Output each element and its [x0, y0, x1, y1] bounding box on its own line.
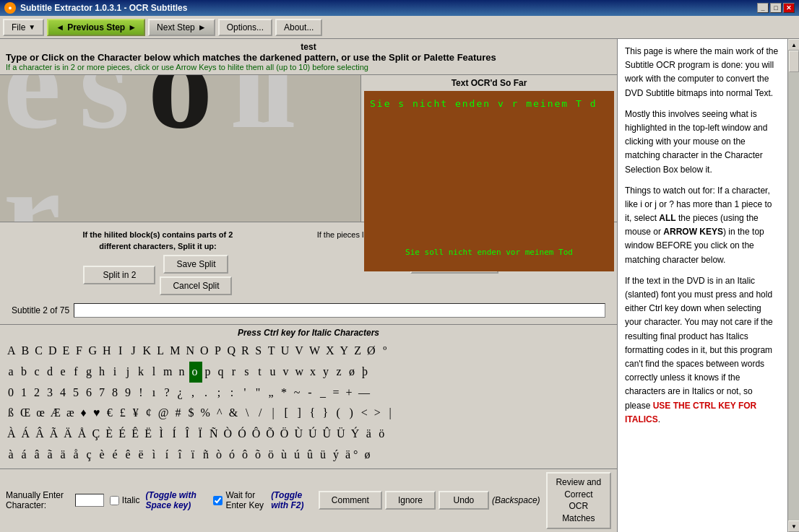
char-5[interactable]: 5: [71, 383, 84, 404]
char-lbracket[interactable]: [: [281, 403, 294, 424]
char-otilde[interactable]: õ: [253, 445, 266, 466]
char-m[interactable]: m: [162, 362, 176, 383]
char-acirc[interactable]: â: [32, 445, 45, 466]
char-low-quote[interactable]: „: [266, 383, 279, 404]
char-aacute[interactable]: á: [19, 445, 32, 466]
char-9[interactable]: 9: [123, 383, 136, 404]
char-s[interactable]: s: [79, 75, 122, 155]
char-oacute[interactable]: ó: [227, 445, 240, 466]
char-heart[interactable]: ♥: [92, 403, 105, 424]
char-u[interactable]: u: [267, 362, 280, 383]
char-pound[interactable]: £: [118, 403, 131, 424]
char-H[interactable]: H: [101, 341, 116, 362]
char-rparen[interactable]: ): [346, 403, 359, 424]
char-period[interactable]: .: [201, 383, 214, 404]
char-Oslash[interactable]: Ø: [366, 341, 380, 362]
char-W[interactable]: W: [308, 341, 324, 362]
char-s[interactable]: s: [241, 362, 254, 383]
char-auml[interactable]: ä: [58, 445, 71, 466]
char-a[interactable]: a: [6, 362, 19, 383]
char-Euml[interactable]: Ë: [143, 424, 156, 445]
subtitle-input[interactable]: [74, 303, 605, 318]
minimize-button[interactable]: _: [757, 3, 769, 13]
next-step-button[interactable]: Next Step ►: [148, 19, 215, 36]
char-oslash2[interactable]: ø: [363, 445, 376, 466]
char-R[interactable]: R: [240, 341, 254, 362]
char-plus[interactable]: +: [344, 383, 357, 404]
char-Yacute[interactable]: Ý: [350, 424, 364, 445]
char-Ograve[interactable]: Ò: [223, 424, 237, 445]
char-0[interactable]: 0: [6, 383, 19, 404]
char-4[interactable]: 4: [58, 383, 71, 404]
char-k[interactable]: k: [136, 362, 149, 383]
char-slash[interactable]: /: [255, 403, 268, 424]
char-E[interactable]: E: [61, 341, 74, 362]
char-underscore[interactable]: _: [318, 383, 331, 404]
char-AE[interactable]: Æ: [49, 403, 65, 424]
char-z[interactable]: z: [334, 362, 347, 383]
char-Icirc[interactable]: Î: [182, 424, 195, 445]
char-emdash[interactable]: —: [357, 383, 374, 404]
char-ugrave[interactable]: ù: [279, 445, 292, 466]
char-auml2[interactable]: ä: [363, 424, 376, 445]
char-Egrave[interactable]: È: [104, 424, 117, 445]
char-Ugrave[interactable]: Ù: [293, 424, 307, 445]
char-j[interactable]: j: [123, 362, 136, 383]
char-percent[interactable]: %: [199, 403, 214, 424]
char-Y[interactable]: Y: [339, 341, 353, 362]
char-exclaim[interactable]: !: [136, 383, 149, 404]
char-caret[interactable]: ^: [215, 403, 228, 424]
char-agrave[interactable]: à: [6, 445, 19, 466]
char-iuml[interactable]: ï: [188, 445, 201, 466]
save-split-button[interactable]: Save Split: [163, 255, 228, 274]
char-e[interactable]: e: [58, 362, 71, 383]
char-F[interactable]: F: [74, 341, 87, 362]
char-colon[interactable]: :: [227, 383, 240, 404]
char-L[interactable]: L: [155, 341, 168, 362]
maximize-button[interactable]: □: [770, 3, 782, 13]
char-igrave[interactable]: ì: [149, 445, 162, 466]
scroll-down-arrow[interactable]: ▼: [788, 520, 799, 532]
comment-button[interactable]: Comment: [319, 491, 382, 510]
char-C[interactable]: C: [33, 341, 47, 362]
char-Iacute[interactable]: Í: [169, 424, 182, 445]
char-Ccedil[interactable]: Ç: [90, 424, 104, 445]
char-Auml[interactable]: Ä: [62, 424, 77, 445]
char-b[interactable]: b: [19, 362, 32, 383]
char-adeg[interactable]: ä°: [344, 445, 363, 466]
char-dotless-i[interactable]: ı: [149, 383, 162, 404]
char-semicolon[interactable]: ;: [214, 383, 227, 404]
char-pipe2[interactable]: |: [385, 403, 398, 424]
char-h[interactable]: h: [97, 362, 110, 383]
char-X[interactable]: X: [324, 341, 339, 362]
char-question[interactable]: ?: [162, 383, 175, 404]
char-OE[interactable]: Œ: [19, 403, 35, 424]
char-uacute[interactable]: ú: [292, 445, 305, 466]
char-x[interactable]: x: [308, 362, 321, 383]
char-v[interactable]: v: [280, 362, 293, 383]
char-2[interactable]: 2: [32, 383, 45, 404]
char-r[interactable]: r: [4, 141, 54, 222]
char-r[interactable]: r: [228, 362, 241, 383]
char-ae[interactable]: æ: [65, 403, 79, 424]
char-aring[interactable]: å: [71, 445, 84, 466]
char-yacute[interactable]: ý: [331, 445, 344, 466]
char-D[interactable]: D: [47, 341, 61, 362]
char-ecirc[interactable]: ê: [123, 445, 136, 466]
wait-checkbox[interactable]: [213, 496, 223, 505]
char-asterisk[interactable]: *: [279, 383, 292, 404]
char-l[interactable]: l: [149, 362, 162, 383]
char-3[interactable]: 3: [45, 383, 58, 404]
char-lbrace[interactable]: {: [307, 403, 320, 424]
split-in-2-button[interactable]: Split in 2: [83, 266, 155, 284]
char-f[interactable]: f: [71, 362, 84, 383]
char-6[interactable]: 6: [84, 383, 97, 404]
char-ouml2[interactable]: ö: [376, 424, 389, 445]
char-rbracket[interactable]: ]: [294, 403, 307, 424]
about-button[interactable]: About...: [275, 19, 322, 36]
char-Ecirc[interactable]: Ê: [130, 424, 143, 445]
char-uuml[interactable]: ü: [318, 445, 331, 466]
char-Iuml[interactable]: Ï: [195, 424, 208, 445]
char-G[interactable]: G: [87, 341, 101, 362]
char-Atilde[interactable]: Ã: [48, 424, 63, 445]
